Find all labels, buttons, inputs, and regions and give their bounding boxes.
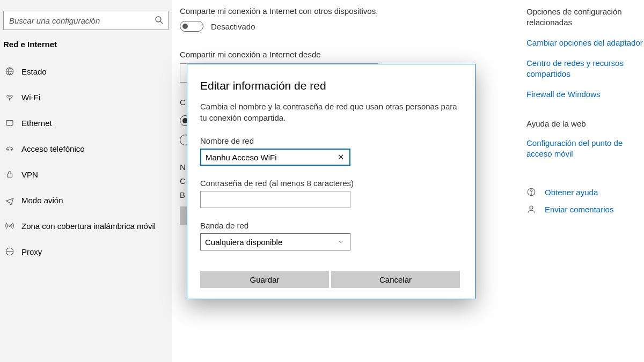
feedback-label: Enviar comentarios	[545, 205, 613, 214]
sidebar-item-proxy[interactable]: Proxy	[0, 239, 172, 264]
svg-line-1	[160, 21, 163, 24]
wifi-icon	[3, 92, 16, 102]
toggle-state-label: Desactivado	[211, 22, 255, 31]
save-button[interactable]: Guardar	[200, 271, 329, 288]
svg-point-8	[9, 225, 11, 227]
link-hotspot-config[interactable]: Configuración del punto de acceso móvil	[526, 138, 644, 159]
right-pane: Opciones de configuración relacionadas C…	[526, 0, 644, 362]
feedback-link[interactable]: Enviar comentarios	[526, 204, 644, 214]
sidebar-item-label: VPN	[21, 170, 38, 179]
share-toggle-row: Desactivado	[180, 21, 523, 32]
clear-input-icon[interactable]: ✕	[338, 152, 345, 162]
category-title: Red e Internet	[3, 40, 172, 49]
sidebar-item-vpn[interactable]: VPN	[0, 161, 172, 187]
settings-sidebar: Red e Internet Estado Wi-Fi Ethernet Acc…	[0, 0, 172, 362]
svg-point-0	[156, 17, 161, 22]
network-name-input[interactable]	[200, 149, 350, 166]
link-network-center[interactable]: Centro de redes y recursos compartidos	[526, 58, 644, 79]
link-adapter-options[interactable]: Cambiar opciones del adaptador	[526, 38, 644, 48]
help-icon	[526, 187, 536, 197]
airplane-icon	[3, 195, 16, 205]
edit-network-dialog: Editar información de red Cambia el nomb…	[187, 64, 475, 299]
search-input[interactable]	[3, 11, 169, 30]
sidebar-item-label: Zona con cobertura inalámbrica móvil	[21, 221, 156, 231]
sidebar-item-wifi[interactable]: Wi-Fi	[0, 84, 172, 110]
sidebar-item-label: Modo avión	[21, 196, 63, 205]
share-description: Comparte mi conexión a Internet con otro…	[180, 6, 523, 16]
web-help-heading: Ayuda de la web	[526, 119, 644, 128]
ethernet-icon	[3, 118, 16, 128]
vpn-icon	[3, 169, 16, 179]
network-band-select[interactable]: Cualquiera disponible	[200, 233, 350, 250]
sidebar-item-ethernet[interactable]: Ethernet	[0, 110, 172, 136]
hotspot-icon	[3, 221, 16, 231]
sidebar-item-hotspot[interactable]: Zona con cobertura inalámbrica móvil	[0, 213, 172, 239]
network-name-label: Nombre de red	[200, 136, 462, 145]
get-help-label: Obtener ayuda	[545, 188, 598, 197]
sidebar-item-label: Proxy	[21, 247, 42, 256]
search-icon	[155, 16, 163, 26]
proxy-icon	[3, 247, 16, 256]
chevron-down-icon	[337, 238, 345, 247]
svg-rect-4	[6, 121, 13, 125]
svg-point-3	[9, 100, 10, 101]
related-heading: Opciones de configuración relacionadas	[526, 6, 644, 28]
network-password-input[interactable]	[200, 191, 350, 208]
svg-rect-7	[8, 174, 12, 177]
sidebar-item-label: Ethernet	[21, 119, 52, 128]
sidebar-item-airplane[interactable]: Modo avión	[0, 187, 172, 213]
svg-point-5	[8, 149, 9, 150]
network-band-value: Cualquiera disponible	[205, 238, 282, 247]
globe-icon	[3, 67, 16, 76]
search-wrap	[3, 11, 169, 30]
svg-point-11	[531, 194, 531, 194]
sidebar-item-label: Estado	[21, 67, 47, 76]
share-from-label: Compartir mi conexión a Internet desde	[180, 50, 523, 59]
svg-point-6	[11, 149, 12, 150]
cancel-button[interactable]: Cancelar	[331, 271, 460, 288]
share-toggle[interactable]	[180, 21, 203, 32]
dialog-title: Editar información de red	[200, 79, 462, 92]
dialup-icon	[3, 144, 16, 153]
sidebar-item-estado[interactable]: Estado	[0, 58, 172, 84]
svg-point-12	[530, 206, 533, 209]
network-password-label: Contraseña de red (al menos 8 caracteres…	[200, 179, 462, 188]
sidebar-nav: Estado Wi-Fi Ethernet Acceso telefónico …	[0, 58, 172, 264]
dialog-description: Cambia el nombre y la contraseña de red …	[200, 101, 462, 123]
sidebar-item-label: Wi-Fi	[21, 93, 40, 102]
get-help-link[interactable]: Obtener ayuda	[526, 187, 644, 197]
sidebar-item-label: Acceso telefónico	[21, 144, 85, 153]
link-firewall[interactable]: Firewall de Windows	[526, 89, 644, 100]
feedback-icon	[526, 204, 536, 214]
network-band-label: Banda de red	[200, 221, 462, 230]
sidebar-item-dialup[interactable]: Acceso telefónico	[0, 136, 172, 161]
